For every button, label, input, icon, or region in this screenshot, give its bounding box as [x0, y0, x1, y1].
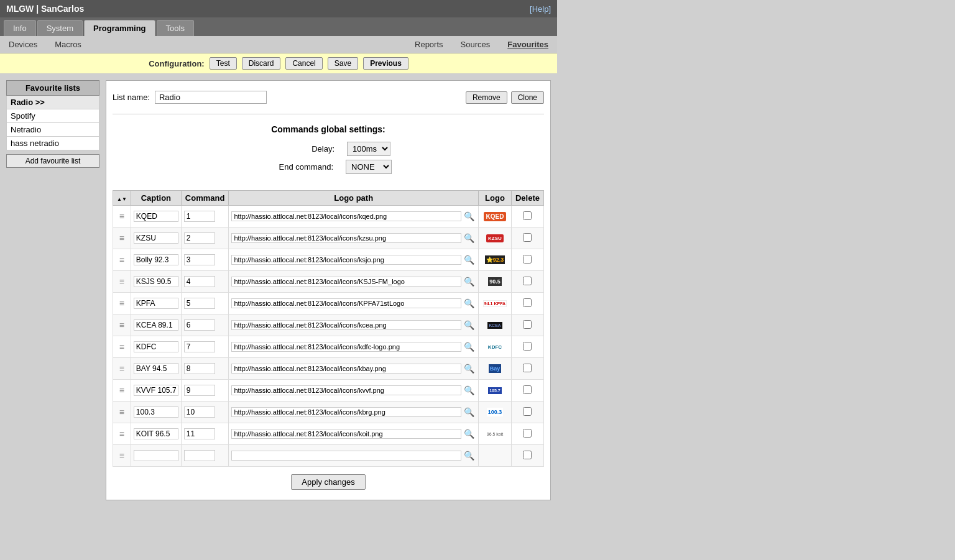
- sidebar-item-netradio[interactable]: Netradio: [6, 123, 99, 137]
- subnav-devices[interactable]: Devices: [6, 39, 40, 50]
- caption-input[interactable]: [134, 254, 178, 265]
- subnav-favourites[interactable]: Favourites: [505, 39, 551, 50]
- delete-checkbox[interactable]: [523, 364, 532, 372]
- search-icon-button[interactable]: 🔍: [463, 364, 476, 374]
- search-icon-button[interactable]: 🔍: [463, 429, 476, 439]
- caption-input[interactable]: [134, 319, 178, 331]
- search-icon-button[interactable]: 🔍: [463, 320, 476, 330]
- subnav-macros[interactable]: Macros: [52, 39, 84, 50]
- search-icon-button[interactable]: 🔍: [463, 233, 476, 243]
- drag-handle-icon[interactable]: ≡: [119, 407, 124, 417]
- col-sort[interactable]: ▲▼: [113, 191, 131, 206]
- drag-handle-icon[interactable]: ≡: [119, 211, 124, 221]
- logo-path-input[interactable]: [231, 320, 461, 330]
- command-input[interactable]: [184, 232, 215, 244]
- clone-button[interactable]: Clone: [511, 91, 544, 104]
- logo-path-input[interactable]: [231, 407, 461, 417]
- delete-checkbox[interactable]: [523, 320, 532, 329]
- delete-checkbox[interactable]: [523, 385, 532, 394]
- caption-input[interactable]: [134, 341, 178, 352]
- logo-path-input[interactable]: [231, 451, 461, 461]
- delete-checkbox[interactable]: [523, 277, 532, 285]
- drag-handle-icon[interactable]: ≡: [119, 385, 124, 395]
- command-input[interactable]: [184, 319, 215, 331]
- command-input[interactable]: [184, 211, 215, 222]
- command-input[interactable]: [184, 298, 215, 309]
- search-icon-button[interactable]: 🔍: [463, 277, 476, 287]
- logo-path-input[interactable]: [231, 342, 461, 352]
- delete-checkbox[interactable]: [523, 451, 532, 459]
- caption-input[interactable]: [134, 428, 178, 439]
- search-icon-button[interactable]: 🔍: [463, 451, 476, 461]
- search-icon-button[interactable]: 🔍: [463, 385, 476, 395]
- drag-handle-icon[interactable]: ≡: [119, 255, 124, 265]
- caption-input[interactable]: [134, 406, 178, 418]
- delete-checkbox[interactable]: [523, 429, 532, 438]
- caption-input[interactable]: [134, 211, 178, 222]
- logo-path-input[interactable]: [231, 364, 461, 374]
- logo-path-input[interactable]: [231, 233, 461, 243]
- add-favourite-list-button[interactable]: Add favourite list: [6, 154, 99, 168]
- delete-checkbox[interactable]: [523, 298, 532, 307]
- delay-select[interactable]: 100ms 200ms 300ms 500ms 1s: [347, 142, 390, 156]
- sidebar-item-spotify[interactable]: Spotify: [6, 109, 99, 123]
- logo-path-input[interactable]: [231, 298, 461, 308]
- command-input[interactable]: [184, 406, 215, 418]
- command-input[interactable]: [184, 385, 215, 396]
- drag-handle-icon[interactable]: ≡: [119, 298, 124, 308]
- caption-input[interactable]: [134, 298, 178, 309]
- sidebar-item-radio[interactable]: Radio >>: [6, 96, 99, 109]
- command-input[interactable]: [184, 341, 215, 352]
- cancel-button[interactable]: Cancel: [285, 57, 322, 70]
- caption-input[interactable]: [134, 385, 178, 396]
- caption-input[interactable]: [134, 363, 178, 374]
- logo-path-input[interactable]: [231, 255, 461, 265]
- subnav-reports[interactable]: Reports: [412, 39, 446, 50]
- command-input[interactable]: [184, 276, 215, 287]
- caption-input[interactable]: [134, 276, 178, 287]
- test-button[interactable]: Test: [210, 57, 237, 70]
- help-link[interactable]: [Help]: [530, 4, 551, 14]
- caption-input[interactable]: [134, 232, 178, 244]
- tab-programming[interactable]: Programming: [84, 20, 155, 36]
- command-input[interactable]: [184, 363, 215, 374]
- command-input[interactable]: [184, 428, 215, 439]
- sidebar-item-hass-netradio[interactable]: hass netradio: [6, 137, 99, 150]
- apply-changes-button[interactable]: Apply changes: [291, 474, 365, 490]
- discard-button[interactable]: Discard: [242, 57, 281, 70]
- drag-handle-icon[interactable]: ≡: [119, 451, 124, 461]
- subnav-sources[interactable]: Sources: [458, 39, 493, 50]
- search-icon-button[interactable]: 🔍: [463, 298, 476, 308]
- end-command-select[interactable]: NONE STOP PLAY PAUSE: [346, 160, 392, 174]
- drag-handle-icon[interactable]: ≡: [119, 320, 124, 330]
- logo-path-input[interactable]: [231, 385, 461, 395]
- previous-button[interactable]: Previous: [363, 57, 408, 70]
- logo-path-input[interactable]: [231, 277, 461, 287]
- tab-system[interactable]: System: [37, 20, 83, 36]
- drag-handle-icon[interactable]: ≡: [119, 364, 124, 374]
- sort-arrows-icon[interactable]: ▲▼: [117, 197, 127, 202]
- caption-input[interactable]: [134, 450, 178, 461]
- command-input[interactable]: [184, 450, 215, 461]
- logo-path-input[interactable]: [231, 429, 461, 439]
- drag-handle-icon[interactable]: ≡: [119, 277, 124, 287]
- remove-button[interactable]: Remove: [466, 91, 507, 104]
- delete-checkbox[interactable]: [523, 407, 532, 416]
- delete-checkbox[interactable]: [523, 342, 532, 351]
- delete-checkbox[interactable]: [523, 211, 532, 220]
- drag-handle-icon[interactable]: ≡: [119, 233, 124, 243]
- tab-info[interactable]: Info: [4, 20, 36, 36]
- search-icon-button[interactable]: 🔍: [463, 255, 476, 265]
- drag-handle-icon[interactable]: ≡: [119, 342, 124, 352]
- list-name-input[interactable]: [155, 91, 267, 104]
- search-icon-button[interactable]: 🔍: [463, 342, 476, 352]
- search-icon-button[interactable]: 🔍: [463, 407, 476, 417]
- command-input[interactable]: [184, 254, 215, 265]
- search-icon-button[interactable]: 🔍: [463, 211, 476, 221]
- delete-checkbox[interactable]: [523, 233, 532, 242]
- save-button[interactable]: Save: [328, 57, 358, 70]
- delete-checkbox[interactable]: [523, 255, 532, 264]
- logo-path-input[interactable]: [231, 211, 461, 221]
- drag-handle-icon[interactable]: ≡: [119, 429, 124, 439]
- tab-tools[interactable]: Tools: [157, 20, 194, 36]
